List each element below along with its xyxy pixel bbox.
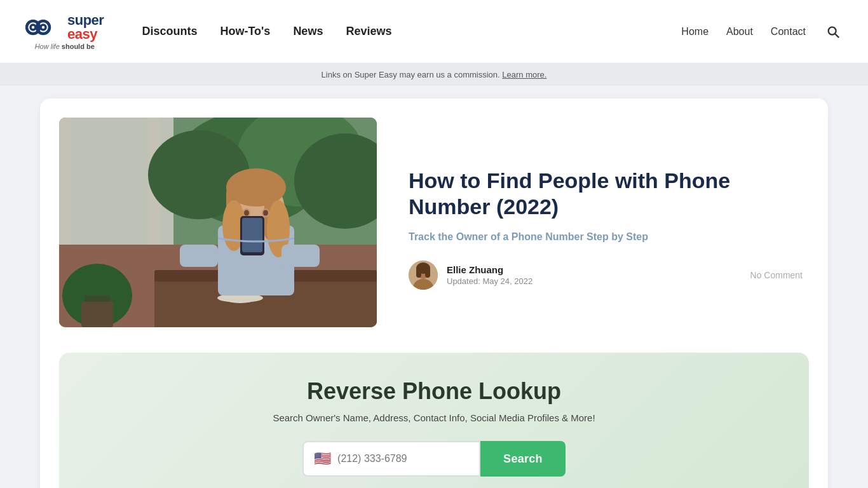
search-button[interactable]: Search	[480, 441, 566, 477]
svg-rect-36	[281, 245, 320, 267]
commission-bar: Links on Super Easy may earn us a commis…	[0, 64, 868, 86]
author-row: Ellie Zhuang Updated: May 24, 2022 No Co…	[409, 261, 803, 290]
search-icon-button[interactable]	[824, 22, 843, 41]
flag-icon: 🇺🇸	[314, 451, 331, 467]
svg-line-5	[835, 34, 839, 37]
widget-title: Reverse Phone Lookup	[307, 378, 561, 405]
svg-rect-35	[180, 245, 218, 267]
svg-rect-38	[242, 218, 262, 252]
article-title: How to Find People with Phone Number (20…	[409, 168, 803, 220]
logo-tagline: How life should be	[35, 43, 95, 50]
nav-news[interactable]: News	[293, 25, 323, 38]
right-navigation: Home About Contact	[681, 22, 843, 41]
main-content: How to Find People with Phone Number (20…	[21, 86, 847, 488]
svg-point-3	[41, 25, 46, 30]
svg-point-32	[244, 210, 249, 216]
site-header: super easy How life should be Discounts …	[0, 0, 868, 64]
site-logo[interactable]: super easy How life should be	[25, 13, 104, 50]
author-avatar	[409, 261, 438, 290]
widget-form: 🇺🇸 Search	[302, 441, 566, 477]
widget-description: Search Owner's Name, Address, Contact In…	[273, 412, 595, 423]
search-icon	[826, 25, 840, 39]
article-meta: How to Find People with Phone Number (20…	[409, 118, 803, 327]
article-top: How to Find People with Phone Number (20…	[40, 98, 828, 346]
nav-howtos[interactable]: How-To's	[220, 25, 270, 38]
learn-more-link[interactable]: Learn more.	[502, 70, 546, 79]
author-name: Ellie Zhuang	[447, 264, 532, 275]
no-comment-label: No Comment	[750, 270, 803, 280]
logo-circles-icon	[25, 13, 62, 41]
article-card: How to Find People with Phone Number (20…	[40, 98, 828, 488]
author-info: Ellie Zhuang Updated: May 24, 2022	[409, 261, 532, 290]
article-subtitle: Track the Owner of a Phone Number Step b…	[409, 231, 803, 243]
author-details: Ellie Zhuang Updated: May 24, 2022	[447, 264, 532, 286]
article-image	[59, 118, 377, 327]
svg-point-4	[829, 27, 836, 34]
author-updated: Updated: May 24, 2022	[447, 276, 532, 286]
nav-about[interactable]: About	[726, 26, 753, 37]
nav-reviews[interactable]: Reviews	[346, 25, 391, 38]
main-navigation: Discounts How-To's News Reviews	[142, 25, 681, 38]
svg-point-33	[263, 210, 268, 216]
phone-input[interactable]	[337, 453, 469, 464]
svg-point-1	[31, 25, 36, 30]
logo-text: super easy	[67, 13, 104, 41]
nav-home[interactable]: Home	[681, 26, 709, 37]
phone-input-wrap: 🇺🇸	[302, 441, 480, 477]
svg-rect-47	[425, 268, 430, 278]
nav-discounts[interactable]: Discounts	[142, 25, 197, 38]
nav-contact[interactable]: Contact	[771, 26, 806, 37]
svg-rect-41	[81, 302, 113, 327]
widget-section: Reverse Phone Lookup Search Owner's Name…	[59, 353, 809, 488]
svg-rect-46	[416, 268, 421, 278]
